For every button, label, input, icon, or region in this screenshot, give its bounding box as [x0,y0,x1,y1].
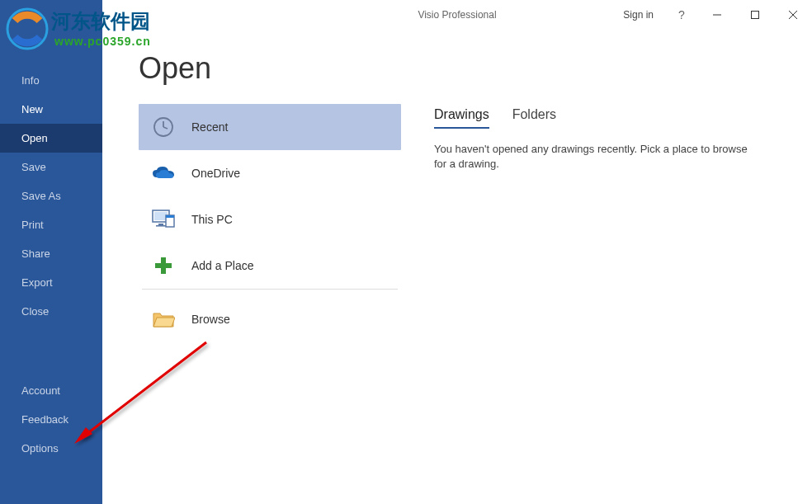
backstage-sidebar: Info New Open Save Save As Print Share E… [0,0,102,504]
signin-link[interactable]: Sign in [611,9,665,21]
sidebar-item-save[interactable]: Save [0,153,102,181]
plus-icon [150,252,177,279]
sidebar-item-open[interactable]: Open [0,124,102,153]
place-label: Browse [191,313,230,326]
place-label: Add a Place [191,259,254,272]
place-onedrive[interactable]: OneDrive [139,150,401,196]
place-label: This PC [191,213,233,226]
tab-folders[interactable]: Folders [512,107,556,129]
main-area: Open Recent OneDrive This PC [102,30,812,504]
maximize-icon [750,10,760,20]
place-recent[interactable]: Recent [139,104,401,150]
svg-rect-17 [166,215,174,218]
svg-rect-6 [752,12,759,19]
tabs: Drawings Folders [434,107,776,129]
computer-icon [150,206,177,233]
maximize-button[interactable] [736,2,774,27]
sidebar-item-new[interactable]: New [0,95,102,124]
app-title: Visio Professional [418,9,496,21]
svg-rect-19 [155,263,172,268]
divider [142,289,398,290]
clock-icon [150,114,177,140]
sidebar-item-options[interactable]: Options [0,434,102,463]
places-list: Recent OneDrive This PC Add a Place [139,104,401,342]
minimize-icon [712,10,722,20]
recent-panel: Drawings Folders You haven't opened any … [434,104,776,342]
onedrive-icon [150,160,177,186]
sidebar-item-account[interactable]: Account [0,376,102,405]
sidebar-item-print[interactable]: Print [0,210,102,239]
svg-rect-15 [156,225,166,227]
close-button[interactable] [774,2,812,27]
svg-line-11 [163,127,168,129]
place-browse[interactable]: Browse [139,296,401,342]
sidebar-item-export[interactable]: Export [0,268,102,297]
place-add[interactable]: Add a Place [139,243,401,289]
sidebar-item-share[interactable]: Share [0,239,102,268]
sidebar-item-feedback[interactable]: Feedback [0,405,102,434]
sidebar-item-close[interactable]: Close [0,297,102,326]
help-button[interactable]: ? [665,8,698,21]
sidebar-item-info[interactable]: Info [0,66,102,95]
place-label: OneDrive [191,167,240,180]
folder-icon [150,306,177,332]
tab-drawings[interactable]: Drawings [434,107,489,129]
place-label: Recent [191,120,228,134]
empty-message: You haven't opened any drawings recently… [434,142,748,172]
minimize-button[interactable] [698,2,736,27]
svg-rect-14 [158,224,163,225]
sidebar-item-save-as[interactable]: Save As [0,181,102,210]
page-title: Open [139,51,776,86]
titlebar: Visio Professional Sign in ? [102,0,812,30]
close-icon [788,10,798,20]
place-thispc[interactable]: This PC [139,196,401,243]
